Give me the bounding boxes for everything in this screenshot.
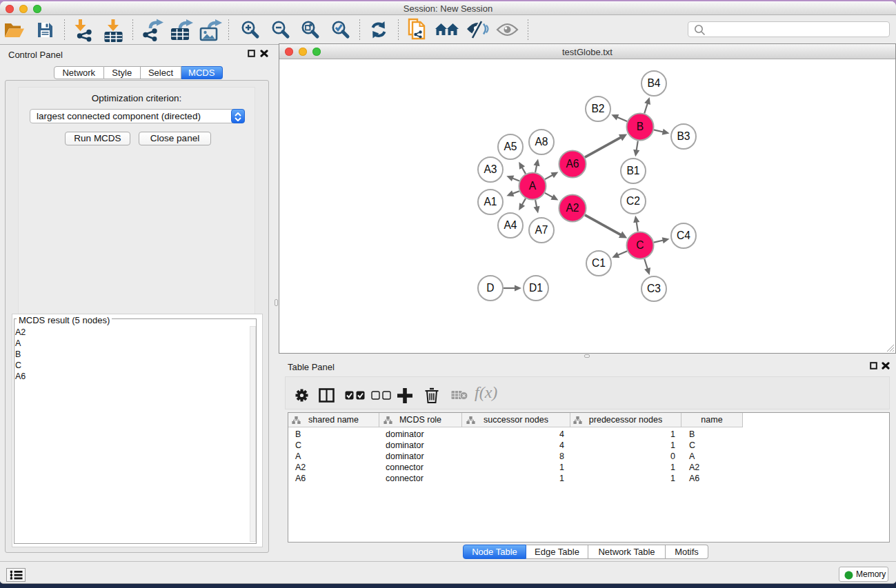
svg-text:A: A [529, 180, 537, 192]
svg-text:A5: A5 [504, 141, 517, 152]
svg-text:A8: A8 [535, 136, 548, 148]
svg-text:C1: C1 [592, 257, 606, 269]
svg-text:B3: B3 [677, 130, 690, 142]
svg-text:D1: D1 [529, 282, 543, 294]
svg-text:B4: B4 [647, 77, 660, 89]
svg-text:B1: B1 [626, 165, 639, 176]
svg-text:C: C [636, 239, 644, 251]
svg-text:A3: A3 [484, 163, 497, 175]
svg-text:B2: B2 [591, 103, 604, 114]
svg-text:A7: A7 [535, 224, 548, 236]
svg-text:A4: A4 [504, 219, 517, 231]
svg-text:A6: A6 [566, 158, 579, 170]
svg-text:B: B [637, 121, 644, 132]
svg-text:D: D [486, 282, 494, 294]
svg-text:A1: A1 [484, 196, 497, 207]
svg-text:A2: A2 [566, 202, 579, 214]
svg-text:C2: C2 [626, 195, 640, 207]
svg-text:C3: C3 [647, 283, 661, 294]
svg-text:C4: C4 [677, 230, 690, 241]
